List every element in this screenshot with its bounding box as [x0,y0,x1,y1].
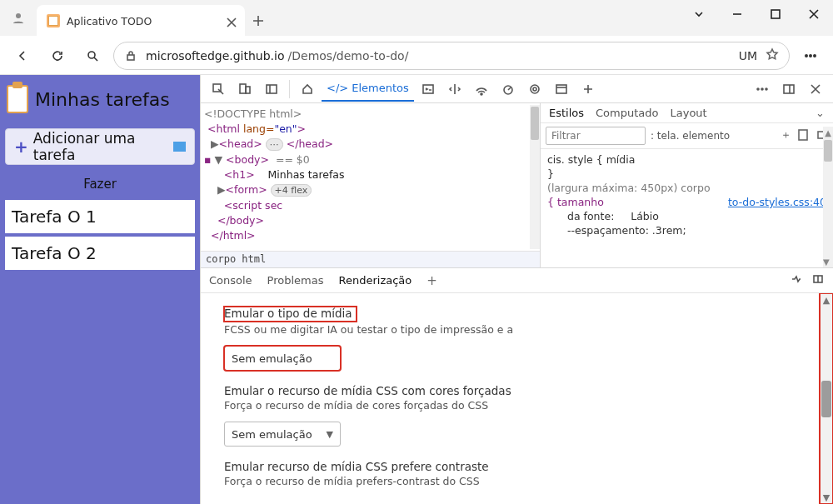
panel-icon[interactable] [259,77,284,102]
welcome-icon[interactable] [295,77,320,102]
svg-point-6 [814,54,816,56]
drawer-scrollbar[interactable]: ▲ ▼ [820,293,833,504]
url-path: /Demos/demo-to-do/ [288,49,409,62]
task-item[interactable]: Tarefa O 1 [5,200,195,233]
application-icon[interactable] [549,77,574,102]
back-button[interactable] [8,42,37,70]
dom-script: <script sec [224,199,282,212]
more-menu-button[interactable] [796,49,825,62]
chevron-down-icon: ▼ [327,429,333,440]
profile-avatar[interactable] [0,0,37,37]
scroll-thumb[interactable] [821,381,831,417]
hover-label[interactable]: : tela. elemento [651,130,730,142]
window-maximize-button[interactable] [756,0,795,28]
clipboard-icon [7,85,28,113]
dropdown-label: Sem emulação [232,428,312,441]
dom-tree[interactable]: <!DOCTYPE html> <html lang="en"> ▶<head>… [201,103,540,267]
scroll-up-arrow[interactable]: ▲ [820,293,833,307]
svg-rect-8 [240,84,246,93]
signal-icon [173,142,186,152]
memory-icon[interactable] [522,77,547,102]
flex-badge[interactable]: +4 flex [271,184,312,197]
new-tab-button[interactable] [245,5,272,37]
rendering-panel: Emular o tipo de mídia FCSS ou me digita… [201,293,833,504]
tab-computed[interactable]: Computado [596,107,658,119]
media-query-line: (largura máxima: 450px) corpo [547,181,826,195]
media-type-dropdown[interactable]: Sem emulação [224,346,341,371]
todo-app-panel: Minhas tarefas + Adicionar uma tarefa Fa… [0,75,200,504]
chevron-down-icon[interactable]: ⌄ [816,107,825,119]
sources-icon[interactable] [442,77,467,102]
toggle-icon[interactable] [796,128,810,144]
dock-icon[interactable] [776,77,801,102]
console-icon[interactable] [416,77,441,102]
address-bar[interactable]: microsoftedge.github.io /Demos/demo-to-d… [113,42,790,70]
section-label: Fazer [5,172,195,193]
drawer-tool-icon[interactable] [790,272,803,288]
forced-colors-heading: Emular o recurso de mídia CSS com cores … [224,384,816,397]
more-tabs-icon[interactable] [576,77,601,102]
profile-badge[interactable]: UM [739,49,757,62]
drawer-expand-icon[interactable] [811,272,825,288]
svg-point-0 [16,13,21,18]
tab-layout[interactable]: Layout [671,107,707,119]
dom-scrollbar[interactable] [530,105,540,249]
css-prop-line: --espaçamento: .3rem; [547,223,826,237]
tab-elements-label: Elementos [352,82,409,94]
drawer-tab-console[interactable]: Console [209,274,252,287]
dom-breadcrumb[interactable]: corpo html [201,251,540,267]
clipboard-icon [47,14,60,27]
prefers-contrast-sub: Força o recurso de mídia prefers-contras… [224,475,816,487]
close-tab-icon[interactable] [225,16,235,26]
css-prop-value: Lábio [631,210,659,222]
search-button[interactable] [78,42,107,70]
browser-toolbar: microsoftedge.github.io /Demos/demo-to-d… [0,37,833,75]
close-devtools-icon[interactable] [803,77,828,102]
window-minimize-button[interactable] [718,0,756,28]
task-item[interactable]: Tarefa O 2 [5,237,195,270]
tab-elements[interactable]: </> Elementos [322,77,414,102]
add-task-label: Adicionar uma tarefa [33,130,169,163]
browser-tab[interactable]: Aplicativo TODO [37,5,245,37]
new-rule-icon[interactable]: ＋ [781,128,791,144]
scroll-down-arrow[interactable]: ▼ [820,491,833,504]
styles-filter-input[interactable] [546,127,646,145]
dom-selected-flag: == $0 [276,153,310,166]
url-host: microsoftedge.github.io [146,49,285,62]
add-task-button[interactable]: + Adicionar uma tarefa [5,128,195,165]
svg-rect-1 [771,10,780,18]
svg-point-17 [757,88,759,90]
style-rule[interactable]: cis. style { mídia [547,152,826,167]
window-close-button[interactable] [795,0,833,28]
favorite-icon[interactable] [766,47,779,63]
styles-pane: Estilos Computado Layout ⌄ : tela. eleme… [540,103,833,267]
stylesheet-link[interactable]: to-do-styles.css:40 [728,195,826,209]
rule-open: { tamanho [547,196,604,208]
device-toggle-icon[interactable] [232,77,257,102]
network-icon[interactable] [469,77,494,102]
svg-rect-21 [799,130,807,140]
svg-rect-16 [556,85,566,93]
drawer-tab-problems[interactable]: Problemas [267,274,324,287]
dom-h1-text: Minhas tarefas [268,168,345,181]
svg-point-18 [761,88,763,90]
collapsed-badge[interactable]: ⋯ [266,138,283,151]
inspect-icon[interactable] [206,77,231,102]
more-icon[interactable] [750,77,775,102]
refresh-button[interactable] [43,42,72,70]
forced-colors-dropdown[interactable]: Sem emulação ▼ [224,422,341,447]
svg-point-2 [88,52,95,58]
styles-scrollbar[interactable]: ▲▼ [823,127,833,267]
drawer-add-tab-icon[interactable]: + [426,273,437,288]
caret-down-icon[interactable] [680,0,718,28]
css-prop-key: da fonte: [567,210,614,222]
svg-rect-20 [784,85,794,93]
drawer-tab-rendering[interactable]: Renderização [339,274,412,287]
svg-point-4 [806,54,807,56]
dropdown-label: Sem emulação [232,352,312,365]
task-list: Tarefa O 1 Tarefa O 2 [5,200,195,270]
svg-point-14 [531,85,539,93]
tab-styles[interactable]: Estilos [549,107,584,119]
performance-icon[interactable] [496,77,521,102]
svg-point-5 [810,54,811,56]
